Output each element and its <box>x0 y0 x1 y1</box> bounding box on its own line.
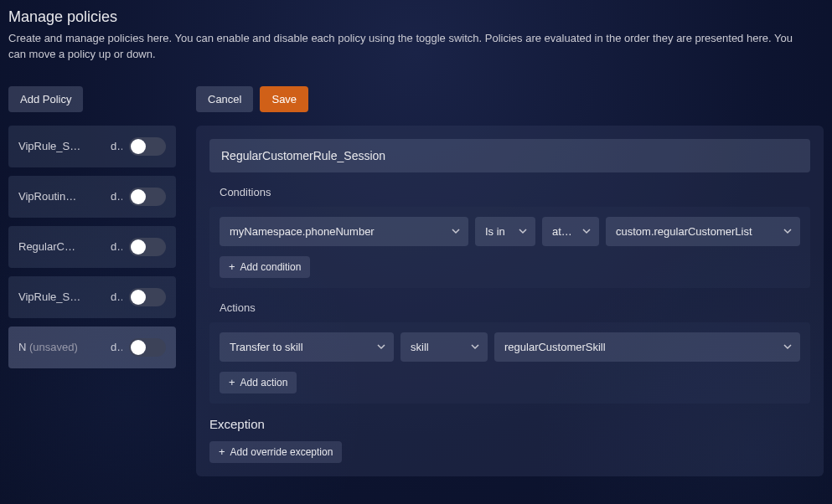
condition-type-value: attr… <box>552 225 572 238</box>
policy-sidebar: Add Policy VipRule_S… d… VipRoutin… d… R… <box>8 86 176 368</box>
add-policy-button[interactable]: Add Policy <box>8 86 83 112</box>
page-title: Manage policies <box>8 8 824 26</box>
chevron-down-icon <box>452 227 460 235</box>
policy-editor: Cancel Save Conditions myNamespace.phone… <box>196 86 824 476</box>
policy-delete-label[interactable]: d… <box>111 341 122 353</box>
policy-toggle[interactable] <box>129 188 166 206</box>
policy-item-name: N (unsaved) <box>18 341 104 353</box>
policy-toggle[interactable] <box>129 238 166 256</box>
actions-label: Actions <box>220 301 810 314</box>
policy-toggle[interactable] <box>129 137 166 156</box>
conditions-label: Conditions <box>220 186 810 198</box>
plus-icon: + <box>229 377 235 388</box>
policy-unsaved-label: (unsaved) <box>29 341 78 353</box>
action-value-text: regularCustomerSkill <box>504 341 606 353</box>
condition-operator-select[interactable]: Is in <box>475 217 535 246</box>
chevron-down-icon <box>471 342 479 351</box>
policy-delete-label[interactable]: d… <box>111 240 122 253</box>
policy-delete-label[interactable]: d… <box>111 291 122 303</box>
policy-item[interactable]: RegularC… d… <box>8 226 176 268</box>
save-button[interactable]: Save <box>260 86 308 112</box>
chevron-down-icon <box>582 227 591 235</box>
add-condition-label: Add condition <box>240 261 302 273</box>
page-description: Create and manage policies here. You can… <box>8 31 813 63</box>
plus-icon: + <box>229 261 235 272</box>
action-value-select[interactable]: regularCustomerSkill <box>494 332 800 362</box>
condition-type-select[interactable]: attr… <box>542 217 599 246</box>
conditions-container: myNamespace.phoneNumber Is in attr… cust… <box>209 207 810 288</box>
add-exception-button[interactable]: + Add override exception <box>209 441 342 463</box>
exception-label: Exception <box>209 417 810 431</box>
add-exception-label: Add override exception <box>230 446 333 458</box>
action-target-type-value: skill <box>411 341 429 353</box>
chevron-down-icon <box>519 227 527 235</box>
chevron-down-icon <box>377 342 385 351</box>
chevron-down-icon <box>783 342 792 351</box>
policy-delete-label[interactable]: d… <box>111 190 122 203</box>
action-type-select[interactable]: Transfer to skill <box>220 332 394 362</box>
condition-field-value: myNamespace.phoneNumber <box>230 225 375 238</box>
policy-item-shortname: N <box>18 341 26 353</box>
action-type-value: Transfer to skill <box>230 341 303 353</box>
policy-toggle[interactable] <box>129 288 166 306</box>
condition-field-select[interactable]: myNamespace.phoneNumber <box>220 217 468 246</box>
policy-item[interactable]: N (unsaved) d… <box>8 327 176 368</box>
plus-icon: + <box>219 446 225 457</box>
policy-item-name: VipRule_S… <box>18 291 104 303</box>
action-target-type-select[interactable]: skill <box>400 332 488 362</box>
add-condition-button[interactable]: + Add condition <box>220 256 310 278</box>
policy-item-name: VipRule_S… <box>18 140 104 152</box>
condition-value-select[interactable]: custom.regularCustomerList <box>606 217 800 246</box>
cancel-button[interactable]: Cancel <box>196 86 253 112</box>
policy-item[interactable]: VipRoutin… d… <box>8 176 176 218</box>
condition-value-text: custom.regularCustomerList <box>616 225 752 238</box>
add-action-button[interactable]: + Add action <box>220 372 297 393</box>
policy-name-input[interactable] <box>209 139 810 172</box>
policy-item-name: VipRoutin… <box>18 190 104 203</box>
policy-list: VipRule_S… d… VipRoutin… d… RegularC… d…… <box>8 126 176 368</box>
policy-item[interactable]: VipRule_S… d… <box>8 276 176 318</box>
condition-operator-value: Is in <box>485 225 505 238</box>
policy-toggle[interactable] <box>129 338 166 357</box>
chevron-down-icon <box>783 227 792 235</box>
add-action-label: Add action <box>240 377 288 388</box>
actions-container: Transfer to skill skill regularCustomerS… <box>209 322 810 404</box>
policy-item[interactable]: VipRule_S… d… <box>8 126 176 167</box>
policy-delete-label[interactable]: d… <box>111 140 122 152</box>
policy-item-name: RegularC… <box>18 240 104 253</box>
